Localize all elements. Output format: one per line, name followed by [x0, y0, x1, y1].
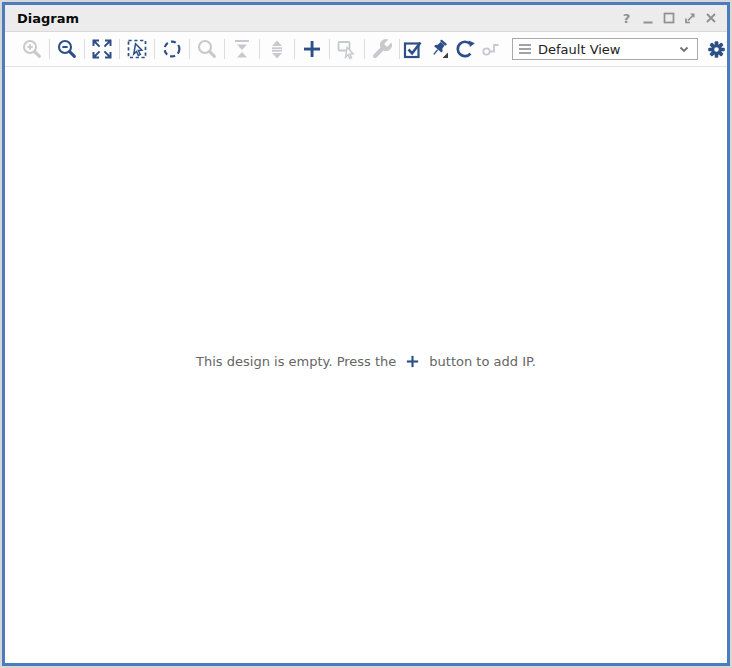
- zoom-to-selection-button[interactable]: [125, 37, 149, 61]
- settings-wrench-button[interactable]: [370, 37, 394, 61]
- search-button[interactable]: [195, 37, 219, 61]
- minimize-icon[interactable]: [639, 10, 656, 27]
- maximize-icon[interactable]: [660, 10, 677, 27]
- empty-message-after: button to add IP.: [429, 354, 536, 369]
- view-selector-value: Default View: [538, 42, 677, 57]
- add-ip-button[interactable]: [300, 37, 324, 61]
- view-selector-dropdown[interactable]: Default View: [512, 38, 698, 60]
- diagram-window: Diagram ?: [0, 0, 732, 668]
- interface-connection-button[interactable]: [479, 37, 503, 61]
- window-frame: Diagram ?: [2, 2, 730, 666]
- window-title: Diagram: [17, 11, 618, 26]
- toolbar-separator: [294, 39, 295, 59]
- help-icon[interactable]: ?: [618, 10, 635, 27]
- toolbar-separator: [259, 39, 260, 59]
- toolbar-separator: [49, 39, 50, 59]
- plus-icon: [405, 354, 420, 369]
- toolbar-separator: [364, 39, 365, 59]
- make-external-button[interactable]: [335, 37, 359, 61]
- chevron-down-icon: [677, 42, 691, 56]
- empty-message-before: This design is empty. Press the: [196, 354, 396, 369]
- view-layout-icon: [519, 44, 531, 54]
- float-icon[interactable]: [681, 10, 698, 27]
- expand-all-button[interactable]: [265, 37, 289, 61]
- toolbar: Default View: [5, 32, 727, 67]
- zoom-fit-button[interactable]: [90, 37, 114, 61]
- collapse-all-button[interactable]: [230, 37, 254, 61]
- validate-design-button[interactable]: [401, 37, 425, 61]
- toolbar-separator: [329, 39, 330, 59]
- zoom-in-button[interactable]: [20, 37, 44, 61]
- toolbar-separator: [399, 39, 400, 59]
- diagram-canvas[interactable]: This design is empty. Press the button t…: [5, 67, 727, 663]
- window-controls: ?: [618, 10, 719, 27]
- close-icon[interactable]: [702, 10, 719, 27]
- toolbar-separator: [189, 39, 190, 59]
- toolbar-separator: [119, 39, 120, 59]
- toolbar-separator: [154, 39, 155, 59]
- settings-gear-icon[interactable]: [706, 38, 727, 60]
- regenerate-layout-button[interactable]: [453, 37, 477, 61]
- empty-design-message: This design is empty. Press the button t…: [196, 354, 536, 369]
- autofit-selection-button[interactable]: [160, 37, 184, 61]
- toolbar-separator: [224, 39, 225, 59]
- titlebar: Diagram ?: [5, 5, 727, 32]
- pin-button[interactable]: [427, 37, 451, 61]
- toolbar-separator: [84, 39, 85, 59]
- zoom-out-button[interactable]: [55, 37, 79, 61]
